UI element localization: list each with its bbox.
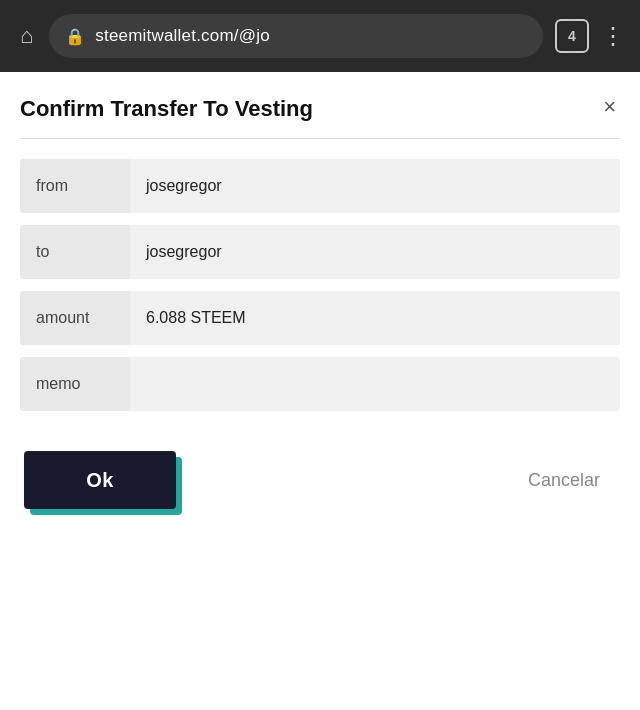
ok-button-wrapper: Ok [24,451,176,509]
header-divider [20,138,620,139]
from-label: from [20,159,130,213]
memo-label: memo [20,357,130,411]
from-field-row: from josegregor [20,159,620,213]
home-icon[interactable]: ⌂ [16,19,37,53]
buttons-row: Ok Cancelar [20,451,620,509]
amount-field-row: amount 6.088 STEEM [20,291,620,345]
confirm-transfer-dialog: Confirm Transfer To Vesting × from joseg… [0,72,640,541]
browser-menu-icon[interactable]: ⋮ [601,22,624,50]
amount-label: amount [20,291,130,345]
amount-value: 6.088 STEEM [130,291,620,345]
address-text: steemitwallet.com/@jo [95,26,270,46]
lock-icon: 🔒 [65,27,85,46]
to-value: josegregor [130,225,620,279]
dialog-header: Confirm Transfer To Vesting × [20,96,620,122]
page-content: Confirm Transfer To Vesting × from joseg… [0,72,640,710]
ok-button[interactable]: Ok [24,451,176,509]
address-bar[interactable]: 🔒 steemitwallet.com/@jo [49,14,543,58]
to-field-row: to josegregor [20,225,620,279]
from-value: josegregor [130,159,620,213]
browser-chrome: ⌂ 🔒 steemitwallet.com/@jo 4 ⋮ [0,0,640,72]
cancel-button[interactable]: Cancelar [512,462,616,499]
memo-value [130,366,620,402]
to-label: to [20,225,130,279]
memo-field-row: memo [20,357,620,411]
close-button[interactable]: × [599,96,620,118]
dialog-title: Confirm Transfer To Vesting [20,96,313,122]
tabs-button[interactable]: 4 [555,19,589,53]
